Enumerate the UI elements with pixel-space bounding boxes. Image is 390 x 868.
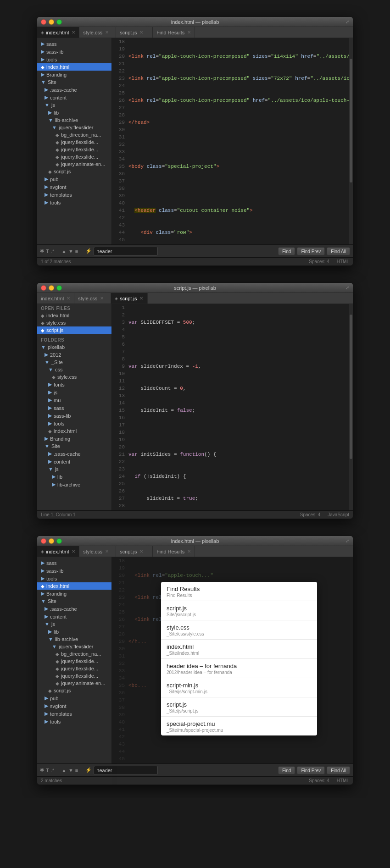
scrollbar-2[interactable] bbox=[349, 304, 353, 510]
tab-close-script-1[interactable]: ✕ bbox=[139, 30, 143, 35]
scrollbar-thumb-1[interactable] bbox=[350, 59, 352, 182]
s3-lib-archive[interactable]: ▼ lib-archive bbox=[37, 636, 111, 643]
dropdown-item-script-js[interactable]: script.js Site/js/script.js bbox=[161, 601, 317, 620]
tab-close-idx-3[interactable]: ✕ bbox=[72, 549, 75, 554]
tab-index-html-2[interactable]: index.html ✕ bbox=[37, 293, 74, 304]
find-prev-button-3[interactable]: Find Prev bbox=[297, 766, 325, 774]
tab-script-js-3[interactable]: script.js ✕ bbox=[116, 546, 153, 557]
tab-style-css-1[interactable]: style.css ✕ bbox=[79, 27, 116, 38]
s3-sass-lib[interactable]: ▶ sass-lib bbox=[37, 567, 111, 575]
tab-index-html-1[interactable]: ◈ index.html ✕ bbox=[37, 27, 79, 38]
folder-pixellab[interactable]: ▼ pixellab bbox=[37, 343, 111, 351]
s3-content[interactable]: ▶ content bbox=[37, 613, 111, 620]
code-editor-2[interactable]: 12345 678910 1112131415 1617181920 21222… bbox=[112, 304, 353, 510]
s3-tools[interactable]: ▶ tools bbox=[37, 575, 111, 582]
sidebar-item-bg[interactable]: ◆ bg_direction_na... bbox=[37, 131, 111, 138]
find-input-3[interactable] bbox=[94, 766, 158, 775]
tab-close-sty-2[interactable]: ✕ bbox=[100, 296, 104, 301]
s3-animate[interactable]: ◆ jquery.animate-en... bbox=[37, 680, 111, 687]
sidebar-item-templates[interactable]: ▶ templates bbox=[37, 191, 111, 199]
close-button-2[interactable] bbox=[41, 285, 46, 291]
find-all-button-1[interactable]: Find All bbox=[327, 247, 350, 255]
sidebar-item-branding[interactable]: ▶ Branding bbox=[37, 71, 111, 78]
folder-tools2[interactable]: ▶ tools bbox=[37, 420, 111, 427]
folder-mu[interactable]: ▶ mu bbox=[37, 396, 111, 404]
sidebar-item-sass-lib[interactable]: ▶ sass-lib bbox=[37, 48, 111, 55]
s3-svgfont[interactable]: ▶ svgfont bbox=[37, 702, 111, 710]
code-content-1[interactable]: <link rel="apple-touch-icon-precomposed"… bbox=[127, 38, 349, 244]
dropdown-item-script-js2[interactable]: script.js _Site/js/script.js bbox=[161, 697, 317, 717]
tab-style-css-2[interactable]: style.css ✕ bbox=[74, 293, 111, 304]
sidebar-item-svgfont[interactable]: ▶ svgfont bbox=[37, 183, 111, 191]
folder-fonts[interactable]: ▶ fonts bbox=[37, 381, 111, 388]
tab-close-scr-3[interactable]: ✕ bbox=[139, 549, 143, 554]
maximize-button-1[interactable] bbox=[56, 19, 62, 25]
tab-close-find-3[interactable]: ✕ bbox=[187, 549, 191, 554]
folder-2012[interactable]: ▶ 2012 bbox=[37, 351, 111, 359]
s3-branding[interactable]: ▶ Branding bbox=[37, 590, 111, 597]
s3-lib[interactable]: ▶ lib bbox=[37, 628, 111, 636]
dropdown-item-special-project[interactable]: special-project.mu _Site/mu/special-proj… bbox=[161, 717, 317, 735]
folder-js2[interactable]: ▶ js bbox=[37, 388, 111, 396]
sidebar-item-index-html[interactable]: ◆ index.html bbox=[37, 63, 111, 71]
folder-css[interactable]: ▼ css bbox=[37, 366, 111, 373]
sidebar-item-sass[interactable]: ▶ sass bbox=[37, 40, 111, 48]
tab-close-scr-2[interactable]: ✕ bbox=[139, 296, 143, 301]
tab-close-style-1[interactable]: ✕ bbox=[105, 30, 109, 35]
s3-pub[interactable]: ▶ pub bbox=[37, 694, 111, 702]
file-index2[interactable]: ◆ index.html bbox=[37, 427, 111, 435]
sidebar-item-tools[interactable]: ▶ tools bbox=[37, 55, 111, 63]
s3-index-html[interactable]: ◆ index.html bbox=[37, 582, 111, 590]
sidebar-item-animate[interactable]: ◆ jquery.animate-en... bbox=[37, 160, 111, 168]
tab-close-sty-3[interactable]: ✕ bbox=[105, 549, 109, 554]
s3-sass[interactable]: ▶ sass bbox=[37, 559, 111, 567]
minimize-button-2[interactable] bbox=[49, 285, 54, 291]
sidebar-item-site[interactable]: ▼ Site bbox=[37, 78, 111, 86]
folder-site3[interactable]: ▼ Site bbox=[37, 442, 111, 450]
sidebar-item-flex2[interactable]: ◆ jquery.flexslide... bbox=[37, 146, 111, 153]
maximize-button-3[interactable] bbox=[56, 538, 62, 544]
open-file-style[interactable]: ◆ style.css bbox=[37, 319, 111, 326]
folder-sasscache2[interactable]: ▶ .sass-cache bbox=[37, 450, 111, 458]
s3-jquery-flex[interactable]: ▼ jquery.flexslider bbox=[37, 643, 111, 650]
sidebar-item-script[interactable]: ◆ script.js bbox=[37, 168, 111, 175]
folder-branding2[interactable]: ▶ Branding bbox=[37, 435, 111, 442]
s3-flex3[interactable]: ◆ jquery.flexslide... bbox=[37, 672, 111, 680]
tab-find-results-3[interactable]: Find Results ✕ bbox=[153, 546, 195, 557]
sidebar-item-flex1[interactable]: ◆ jquery.flexslide... bbox=[37, 138, 111, 146]
dropdown-item-index-html[interactable]: index.html _Site/index.html bbox=[161, 640, 317, 659]
dropdown-item-script-min[interactable]: script-min.js _Site/js/script-min.js bbox=[161, 678, 317, 697]
sidebar-item-pub[interactable]: ▶ pub bbox=[37, 175, 111, 183]
s3-script[interactable]: ◆ script.js bbox=[37, 687, 111, 694]
find-button-3[interactable]: Find bbox=[278, 766, 295, 774]
folder-js3[interactable]: ▼ js bbox=[37, 465, 111, 473]
close-button-1[interactable] bbox=[41, 19, 46, 25]
tab-style-css-3[interactable]: style.css ✕ bbox=[79, 546, 116, 557]
tab-index-html-3[interactable]: ◈ index.html ✕ bbox=[37, 546, 79, 557]
close-button-3[interactable] bbox=[41, 538, 46, 544]
sidebar-item-sass-cache[interactable]: ▶ .sass-cache bbox=[37, 86, 111, 94]
tab-find-results-1[interactable]: Find Results ✕ bbox=[153, 27, 195, 38]
folder-sass2[interactable]: ▶ sass bbox=[37, 404, 111, 412]
s3-bg[interactable]: ◆ bg_direction_na... bbox=[37, 650, 111, 658]
sidebar-item-lib-archive[interactable]: ▼ lib-archive bbox=[37, 116, 111, 124]
s3-flex1[interactable]: ◆ jquery.flexslide... bbox=[37, 658, 111, 665]
folder-libarchive2[interactable]: ▶ lib-archive bbox=[37, 481, 111, 488]
minimize-button-1[interactable] bbox=[49, 19, 54, 25]
sidebar-item-lib[interactable]: ▶ lib bbox=[37, 109, 111, 116]
folder-lib2[interactable]: ▶ lib bbox=[37, 473, 111, 481]
tab-close-find-1[interactable]: ✕ bbox=[187, 30, 191, 35]
sidebar-item-tools2[interactable]: ▶ tools bbox=[37, 199, 111, 206]
s3-templates[interactable]: ▶ templates bbox=[37, 710, 111, 718]
open-file-script[interactable]: ◆ script.js bbox=[37, 326, 111, 334]
sidebar-item-js[interactable]: ▼ js bbox=[37, 101, 111, 109]
scrollbar-1[interactable] bbox=[349, 38, 353, 244]
minimize-button-3[interactable] bbox=[49, 538, 54, 544]
open-file-index[interactable]: ◆ index.html bbox=[37, 312, 111, 319]
folder-site2[interactable]: ▼ _Site bbox=[37, 359, 111, 366]
scrollbar-thumb-2[interactable] bbox=[350, 315, 352, 459]
quick-open-dropdown[interactable]: Find Results Find Results script.js Site… bbox=[161, 582, 317, 735]
sidebar-item-jquery-flex[interactable]: ▼ jquery.flexslider bbox=[37, 124, 111, 131]
find-button-1[interactable]: Find bbox=[278, 247, 295, 255]
find-input-1[interactable] bbox=[94, 247, 158, 256]
